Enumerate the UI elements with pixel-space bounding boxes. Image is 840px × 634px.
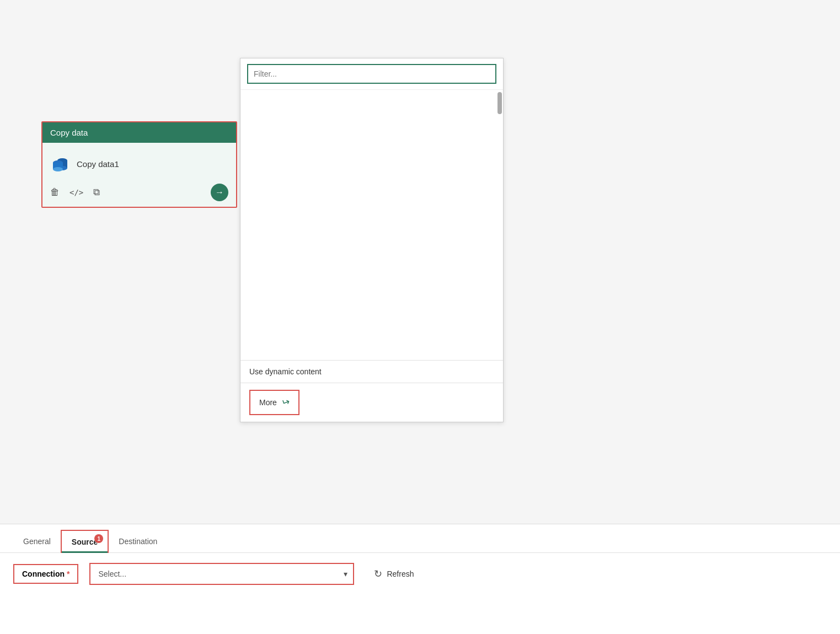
delete-icon[interactable]: 🗑 (50, 187, 60, 198)
copy-data-card-body: Copy data1 (42, 143, 236, 178)
tab-destination[interactable]: Destination (109, 530, 167, 552)
dropdown-panel: Use dynamic content More ↵ (240, 58, 504, 422)
connection-select[interactable]: Select... (89, 563, 354, 585)
more-arrow-icon: ↵ (280, 395, 292, 410)
copy-data-item: Copy data1 (50, 149, 228, 178)
more-item[interactable]: More ↵ (240, 383, 503, 422)
refresh-label: Refresh (387, 569, 414, 578)
svg-point-5 (53, 167, 63, 171)
tab-general[interactable]: General (13, 530, 61, 552)
copy-data-card: Copy data Copy data1 🗑 </> ⧉ → (41, 121, 237, 208)
copy-data-title: Copy data (50, 128, 88, 137)
required-indicator: * (67, 569, 69, 578)
filter-input[interactable] (247, 64, 496, 84)
more-box: More ↵ (249, 390, 299, 415)
database-icon (50, 154, 70, 174)
use-dynamic-content-label: Use dynamic content (249, 367, 322, 376)
tab-general-label: General (23, 537, 51, 546)
connection-label: Connection (22, 569, 65, 578)
tab-source[interactable]: Source 1 (61, 530, 109, 553)
tab-source-underline (62, 551, 108, 553)
code-icon[interactable]: </> (69, 188, 83, 197)
copy-icon[interactable]: ⧉ (93, 187, 100, 198)
copy-data-card-header: Copy data (42, 122, 236, 143)
navigate-arrow-button[interactable]: → (211, 184, 228, 201)
refresh-icon: ↻ (374, 568, 382, 580)
bottom-panel: General Source 1 Destination Connection … (0, 524, 840, 634)
connection-label-box: Connection * (13, 564, 78, 584)
copy-data-card-actions: 🗑 </> ⧉ → (42, 178, 236, 207)
bottom-content: Connection * Select... ▾ ↻ Refresh (0, 553, 840, 595)
more-label: More (259, 398, 277, 407)
refresh-button[interactable]: ↻ Refresh (365, 563, 422, 584)
filter-input-wrap (240, 58, 503, 90)
scrollbar[interactable] (497, 92, 502, 114)
copy-data-item-label: Copy data1 (77, 159, 119, 169)
connection-select-wrap: Select... ▾ (89, 563, 354, 585)
tabs-row: General Source 1 Destination (0, 524, 840, 553)
dropdown-list-area[interactable] (240, 90, 503, 360)
source-tab-badge: 1 (94, 534, 103, 543)
tab-source-label: Source (72, 538, 98, 546)
tab-destination-label: Destination (119, 537, 157, 546)
use-dynamic-content-item[interactable]: Use dynamic content (240, 361, 503, 383)
